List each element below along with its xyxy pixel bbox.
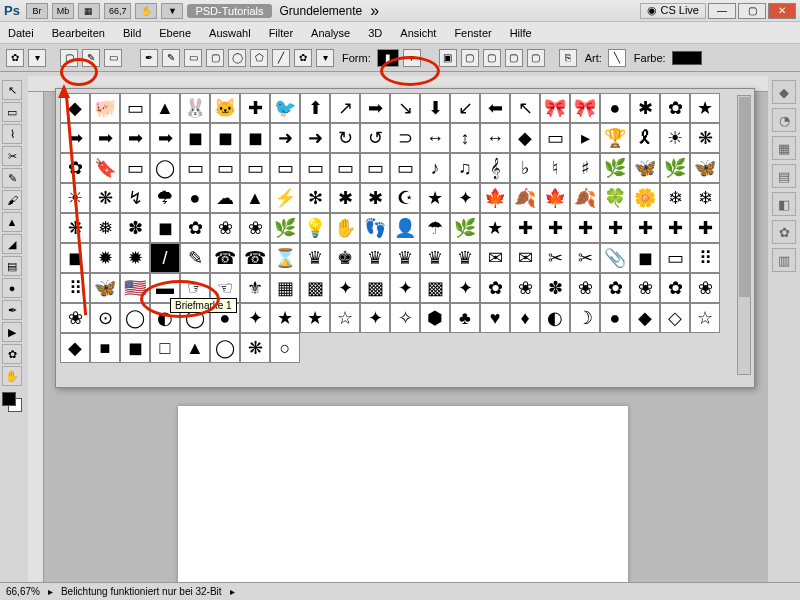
crop-tool[interactable]: ✂ <box>2 146 22 166</box>
eraser-tool[interactable]: ◢ <box>2 234 22 254</box>
shape-swatch[interactable]: ✱ <box>360 183 390 213</box>
shape-swatch[interactable]: ▩ <box>300 273 330 303</box>
shape-swatch[interactable]: ✚ <box>570 213 600 243</box>
shape-swatch[interactable]: ♛ <box>450 243 480 273</box>
hand-tool[interactable]: ✋ <box>2 366 22 386</box>
shape-swatch[interactable]: ↔ <box>420 123 450 153</box>
shape-swatch[interactable]: ◼ <box>180 123 210 153</box>
status-zoom[interactable]: 66,67% <box>6 586 40 597</box>
shape-swatch[interactable]: ✦ <box>450 273 480 303</box>
shape-swatch[interactable]: ✦ <box>360 303 390 333</box>
shape-swatch[interactable]: ❋ <box>90 183 120 213</box>
menu-ebene[interactable]: Ebene <box>159 27 191 39</box>
shape-swatch[interactable]: ✚ <box>240 93 270 123</box>
shape-swatch[interactable]: ♣ <box>450 303 480 333</box>
shape-swatch[interactable]: ✧ <box>390 303 420 333</box>
workspace-label[interactable]: Grundelemente <box>280 4 363 18</box>
shape-swatch[interactable]: ◆ <box>510 123 540 153</box>
shape-swatch[interactable]: ☎ <box>210 243 240 273</box>
shape-swatch[interactable]: 💡 <box>300 213 330 243</box>
shape-swatch[interactable]: ♚ <box>330 243 360 273</box>
shape-swatch[interactable]: ▭ <box>660 243 690 273</box>
shape-swatch[interactable]: ⬆ <box>300 93 330 123</box>
shape-swatch[interactable]: ✦ <box>330 273 360 303</box>
shape-swatch[interactable]: ↗ <box>330 93 360 123</box>
brush-tool[interactable]: 🖌 <box>2 190 22 210</box>
shape-swatch[interactable]: ☆ <box>330 303 360 333</box>
shape-swatch[interactable]: 👣 <box>360 213 390 243</box>
maximize-button[interactable]: ▢ <box>738 3 766 19</box>
shape-swatch[interactable]: ⊙ <box>90 303 120 333</box>
shape-swatch[interactable]: ➡ <box>360 93 390 123</box>
scrollbar-thumb[interactable] <box>739 97 751 297</box>
shape-swatch[interactable]: 🌿 <box>660 153 690 183</box>
shape-swatch[interactable]: ❀ <box>210 213 240 243</box>
subtract-icon[interactable]: ▢ <box>461 49 479 67</box>
shape-swatch[interactable]: ▭ <box>180 153 210 183</box>
shape-swatch[interactable]: ⊃ <box>390 123 420 153</box>
shape-swatch[interactable]: ✉ <box>480 243 510 273</box>
minibridge-button[interactable]: Mb <box>52 3 74 19</box>
shape-swatch[interactable]: ♫ <box>450 153 480 183</box>
path-mode[interactable]: ✎ <box>82 49 100 67</box>
shape-swatch[interactable]: ✿ <box>660 273 690 303</box>
shape-swatch[interactable]: ★ <box>690 93 720 123</box>
link-icon[interactable]: ⎘ <box>559 49 577 67</box>
shape-swatch[interactable]: 🌩 <box>150 183 180 213</box>
shape-swatch[interactable]: ▲ <box>150 93 180 123</box>
panel-icon-3[interactable]: ▦ <box>772 136 796 160</box>
stamp-tool[interactable]: ▲ <box>2 212 22 232</box>
geometry-dropdown-icon[interactable]: ▾ <box>316 49 334 67</box>
shape-swatch[interactable]: 🍀 <box>600 183 630 213</box>
shape-swatch[interactable]: 🍂 <box>510 183 540 213</box>
shape-swatch[interactable]: ✋ <box>330 213 360 243</box>
shape-swatch[interactable]: ✚ <box>630 213 660 243</box>
shape-swatch[interactable]: ◼ <box>120 333 150 363</box>
shape-swatch[interactable]: ▭ <box>390 153 420 183</box>
custom-shape-tool-icon[interactable]: ✿ <box>6 49 24 67</box>
shape-swatch[interactable]: ✿ <box>480 273 510 303</box>
shape-swatch[interactable]: ♛ <box>300 243 330 273</box>
menu-datei[interactable]: Datei <box>8 27 34 39</box>
shape-swatch[interactable]: ● <box>600 303 630 333</box>
shape-swatch[interactable]: ▭ <box>360 153 390 183</box>
shape-swatch[interactable]: ★ <box>420 183 450 213</box>
dropdown-icon[interactable]: ▾ <box>28 49 46 67</box>
shape-swatch[interactable]: ☽ <box>570 303 600 333</box>
color-swatch[interactable] <box>672 51 702 65</box>
shape-swatch[interactable]: ❋ <box>690 123 720 153</box>
shape-swatch[interactable]: ★ <box>480 213 510 243</box>
shape-swatch[interactable]: 🎀 <box>570 93 600 123</box>
shape-swatch[interactable]: ☆ <box>690 303 720 333</box>
shape-swatch[interactable]: ▭ <box>210 153 240 183</box>
shape-swatch[interactable]: ✚ <box>510 213 540 243</box>
shape-swatch[interactable]: ♛ <box>360 243 390 273</box>
shape-swatch[interactable]: ➜ <box>270 123 300 153</box>
shape-swatch[interactable]: ✻ <box>300 183 330 213</box>
shape-swatch[interactable]: ○ <box>270 333 300 363</box>
shape-swatch[interactable]: ▭ <box>300 153 330 183</box>
shape-swatch[interactable]: ❄ <box>660 183 690 213</box>
shape-swatch[interactable]: 𝄞 <box>480 153 510 183</box>
shape-swatch[interactable]: ☪ <box>390 183 420 213</box>
shape-swatch[interactable]: ● <box>180 183 210 213</box>
shape-swatch[interactable]: 🇺🇸 <box>120 273 150 303</box>
shape-swatch[interactable]: ▭ <box>330 153 360 183</box>
psd-tutorials-badge[interactable]: PSD-Tutorials <box>187 4 271 18</box>
shape-picker-dropdown-icon[interactable]: ▾ <box>403 49 421 67</box>
shape-swatch[interactable]: ▭ <box>540 123 570 153</box>
shape-swatch[interactable]: ⬅ <box>480 93 510 123</box>
shape-swatch[interactable]: ▭ <box>120 93 150 123</box>
shape-swatch[interactable]: ◼ <box>210 123 240 153</box>
shape-swatch[interactable]: ❄ <box>690 183 720 213</box>
menu-fenster[interactable]: Fenster <box>454 27 491 39</box>
shape-swatch[interactable]: ❀ <box>240 213 270 243</box>
shape-swatch[interactable]: ➡ <box>150 123 180 153</box>
panel-icon-7[interactable]: ▥ <box>772 248 796 272</box>
shape-swatch[interactable]: ✽ <box>540 273 570 303</box>
shape-swatch[interactable]: ↕ <box>450 123 480 153</box>
shape-swatch[interactable]: ▸ <box>570 123 600 153</box>
style-picker[interactable]: ╲ <box>608 49 626 67</box>
pen-icon[interactable]: ✒ <box>140 49 158 67</box>
shape-swatch[interactable]: 🦋 <box>630 153 660 183</box>
